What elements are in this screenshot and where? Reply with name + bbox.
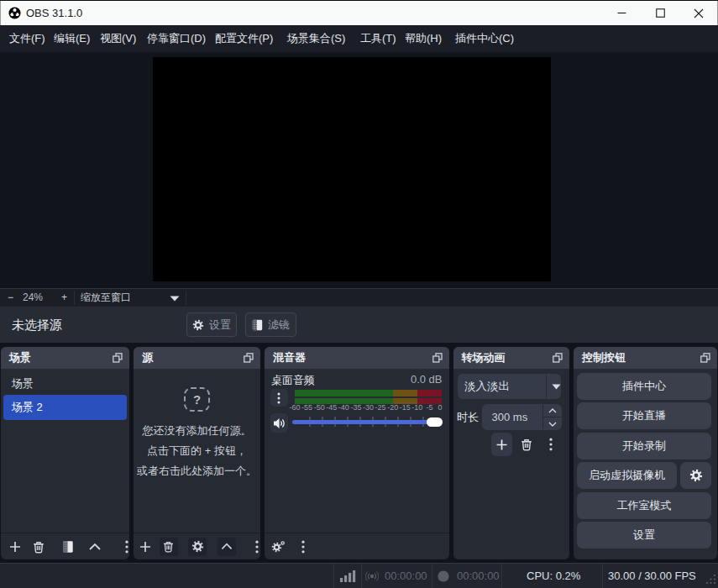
empty-hint-line: 点击下面的 + 按钮， [134, 441, 260, 461]
separator [333, 564, 334, 588]
remove-scene-button[interactable] [32, 540, 45, 554]
remove-source-button[interactable] [160, 538, 178, 556]
mixer-config-button[interactable] [270, 389, 289, 407]
resize-grip[interactable] [705, 574, 716, 585]
zoom-in-button[interactable]: + [61, 289, 67, 307]
mixer-dock-titlebar[interactable]: 混音器 [265, 347, 449, 369]
scenes-dock-title: 场景 [9, 350, 31, 365]
volume-slider-handle[interactable] [427, 417, 443, 427]
menu-profile[interactable]: 配置文件(P) [215, 25, 273, 52]
no-source-icon: ? [184, 387, 210, 412]
no-source-label: 未选择源 [12, 307, 62, 343]
remove-transition-button[interactable] [520, 438, 533, 451]
transition-properties-button[interactable] [549, 438, 553, 451]
toolbar-overflow-button[interactable] [255, 540, 259, 554]
menu-help[interactable]: 帮助(H) [405, 25, 442, 52]
advanced-audio-button[interactable] [270, 540, 285, 553]
transition-select[interactable]: 淡入淡出 [458, 374, 562, 399]
volume-slider-track[interactable] [292, 420, 443, 424]
menu-edit[interactable]: 编辑(E) [54, 25, 90, 52]
popout-icon[interactable] [700, 353, 710, 363]
source-properties-button[interactable] [188, 538, 207, 556]
virtual-camera-config-button[interactable] [680, 462, 711, 489]
network-signal-icon [340, 570, 356, 582]
preview-zoom-bar: − 24% + 缩放至窗口 [0, 288, 718, 307]
add-transition-button[interactable] [491, 433, 512, 456]
volume-slider[interactable] [292, 417, 443, 427]
transitions-dock-titlebar[interactable]: 转场动画 [453, 347, 570, 369]
separator [432, 564, 432, 588]
mixer-toolbar [265, 533, 449, 559]
preview-area[interactable] [0, 52, 718, 288]
menu-file[interactable]: 文件(F) [9, 25, 45, 52]
menu-tools[interactable]: 工具(T) [360, 25, 396, 52]
transitions-body: 淡入淡出 时长 300 ms [453, 369, 570, 559]
duration-label: 时长 [457, 404, 479, 430]
menu-docks[interactable]: 停靠窗口(D) [147, 25, 206, 52]
add-scene-button[interactable] [9, 540, 22, 553]
menu-scene-collection[interactable]: 场景集合(S) [287, 25, 345, 52]
sources-empty-state[interactable]: ? 您还没有添加任何源。 点击下面的 + 按钮， 或者右击此处添加一个。 [134, 347, 260, 481]
sources-dock: 源 ? 您还没有添加任何源。 点击下面的 + 按钮， 或者右击此处添加一个。 [134, 347, 260, 559]
obs-logo-icon [8, 7, 21, 19]
scene-item[interactable]: 场景 [1, 372, 129, 395]
start-recording-button[interactable]: 开始录制 [577, 433, 711, 459]
empty-hint-text: 您还没有添加任何源。 点击下面的 + 按钮， 或者右击此处添加一个。 [134, 421, 260, 481]
scenes-dock-titlebar[interactable]: 场景 [1, 347, 129, 369]
meter-scale: -60 -55 -50 -45 -40 -35 -30 -25 -20 -15 … [295, 403, 442, 412]
menu-view[interactable]: 视图(V) [100, 25, 136, 52]
menu-plugin-center[interactable]: 插件中心(C) [455, 25, 514, 52]
preview-canvas[interactable] [153, 57, 551, 281]
popout-icon[interactable] [113, 353, 123, 363]
mixer-dock: 混音器 桌面音频 0.0 dB [265, 347, 449, 559]
move-source-up-button[interactable] [217, 538, 236, 556]
studio-mode-button[interactable]: 工作室模式 [577, 492, 711, 519]
start-streaming-button[interactable]: 开始直播 [577, 402, 711, 429]
plus-icon [9, 540, 22, 553]
mute-button[interactable] [270, 413, 289, 433]
toolbar-overflow-button[interactable] [125, 540, 128, 554]
gear-icon [192, 319, 204, 331]
separator [74, 291, 75, 305]
sources-toolbar [134, 533, 260, 559]
maximize-button[interactable] [641, 1, 679, 25]
scenes-list: 场景 场景 2 [1, 369, 129, 420]
controls-dock-titlebar[interactable]: 控制按钮 [574, 347, 717, 369]
gear-icon [689, 469, 703, 482]
question-mark-glyph: ? [193, 392, 201, 407]
scene-filters-button[interactable] [63, 540, 74, 553]
chevron-up-icon [548, 408, 557, 413]
popout-icon[interactable] [432, 353, 443, 363]
plugin-center-button[interactable]: 插件中心 [577, 373, 711, 400]
add-source-button[interactable] [139, 540, 152, 553]
transitions-dock: 转场动画 淡入淡出 时长 300 ms [453, 347, 570, 559]
zoom-fit-select[interactable]: 缩放至窗口 [81, 289, 131, 307]
source-context-bar: 未选择源 设置 滤镜 [0, 307, 718, 343]
mixer-menu-button[interactable] [301, 540, 305, 554]
scene-item-selected[interactable]: 场景 2 [3, 395, 127, 420]
dots-vertical-icon [549, 438, 553, 451]
separator [602, 564, 603, 588]
zoom-out-button[interactable]: − [8, 289, 13, 307]
trash-icon [162, 540, 175, 553]
minimize-button[interactable] [602, 1, 641, 25]
spin-up-button[interactable] [547, 407, 558, 414]
volume-db-label: 0.0 dB [411, 373, 443, 386]
meter-bar-left [295, 390, 442, 396]
move-scene-up-button[interactable] [89, 543, 102, 550]
zoom-level: 24% [23, 289, 43, 307]
close-button[interactable] [679, 1, 718, 25]
maximize-icon [656, 8, 665, 18]
separator [542, 417, 563, 417]
docks-area: 场景 场景 场景 2 [0, 343, 718, 564]
chevron-down-icon[interactable] [170, 296, 180, 302]
settings-button[interactable]: 设置 [577, 522, 711, 549]
source-filters-button[interactable]: 滤镜 [245, 312, 296, 337]
popout-icon[interactable] [553, 353, 563, 363]
chevron-down-icon [548, 422, 557, 427]
duration-spinbox[interactable]: 300 ms [482, 404, 562, 430]
start-virtual-camera-button[interactable]: 启动虚拟摄像机 [577, 462, 677, 489]
spin-down-button[interactable] [547, 420, 558, 428]
source-properties-button[interactable]: 设置 [186, 312, 237, 337]
speaker-icon [273, 417, 286, 429]
